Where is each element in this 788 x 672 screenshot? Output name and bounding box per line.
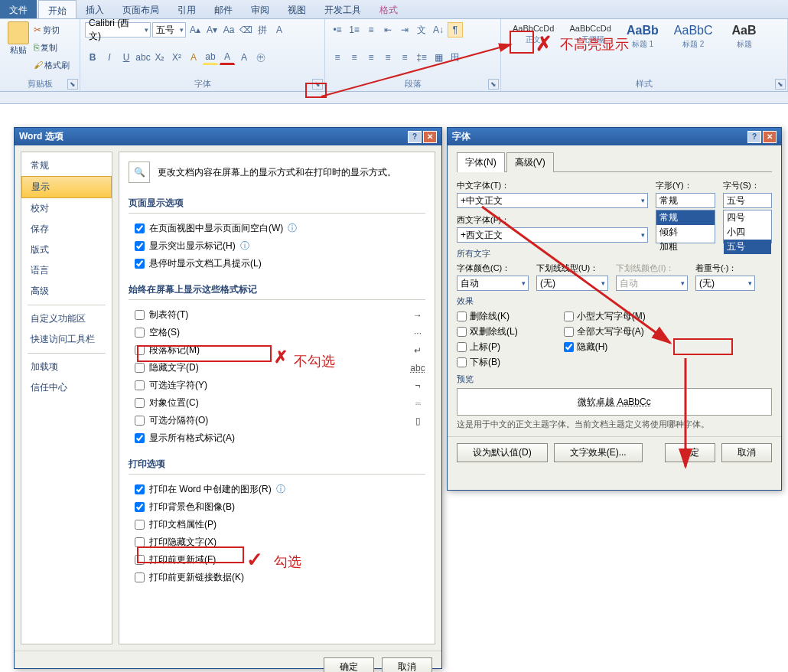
check-print-bg[interactable]: 打印背景色和图像(B) [129,498,425,516]
check-opt-break[interactable]: 可选分隔符(O)▯ [129,412,425,429]
fx-allcaps[interactable]: 全部大写字母(A) [564,325,646,338]
cut-button[interactable]: ✂剪切 [34,21,70,38]
check-tabs[interactable]: 制表符(T)→ [129,306,425,324]
char-shading-icon[interactable]: A [236,50,252,65]
styles-launcher[interactable]: ⬊ [775,79,786,90]
check-print-hidden[interactable]: 打印隐藏文字(X) [129,533,425,551]
font-tab-advanced[interactable]: 高级(V) [506,152,554,172]
style-heading2[interactable]: AaBbC标题 2 [667,21,720,52]
color-combo[interactable]: 自动 [457,276,529,291]
close-icon[interactable]: ✕ [423,131,437,143]
tab-dev[interactable]: 开发工具 [315,0,370,18]
nav-custribbon[interactable]: 自定义功能区 [21,308,112,329]
fx-strike[interactable]: 删除线(K) [457,310,518,323]
nav-trust[interactable]: 信任中心 [21,377,112,398]
paste-button[interactable]: 粘贴 [5,21,32,73]
underline-icon[interactable]: U [119,50,134,65]
numbering-icon[interactable]: 1≡ [347,22,362,38]
set-default-button[interactable]: 设为默认值(D) [457,443,548,462]
help-icon[interactable]: ? [408,131,422,143]
fx-smallcaps[interactable]: 小型大写字母(M) [564,310,646,323]
change-case-icon[interactable]: Aa [221,22,236,38]
borders-icon[interactable]: 田 [448,50,463,65]
check-tooltip[interactable]: 悬停时显示文档工具提示(L) [129,255,425,272]
grow-font-icon[interactable]: A▴ [187,22,203,38]
tab-view[interactable]: 视图 [278,0,315,18]
text-effects-button[interactable]: 文字效果(E)... [554,443,643,462]
show-marks-icon[interactable]: ¶ [448,22,463,38]
italic-icon[interactable]: I [102,50,117,65]
check-spaces[interactable]: 空格(S)··· [129,324,425,341]
shrink-font-icon[interactable]: A▾ [204,22,220,38]
align-right-icon[interactable]: ≡ [363,50,379,65]
size-list[interactable]: 四号 小四 五号 [723,210,772,243]
font-color-icon[interactable]: A [220,50,235,65]
clear-format-icon[interactable]: ⌫ [238,22,253,38]
check-para-marks[interactable]: 段落标记(M)↵ [129,341,425,359]
tab-layout[interactable]: 页面布局 [113,0,168,18]
style-gallery[interactable]: AaBbCcDd正文 AaBbCcDd• 无间隔 AaBb标题 1 AaBbC标… [506,21,783,52]
asian-layout-icon[interactable]: 文 [414,22,429,38]
check-highlight[interactable]: 显示突出显示标记(H)ⓘ [129,237,425,255]
font-ok-button[interactable]: 确定 [665,443,715,462]
copy-button[interactable]: ⎘复制 [34,39,70,56]
options-cancel-button[interactable]: 取消 [382,657,432,672]
check-print-props[interactable]: 打印文档属性(P) [129,516,425,533]
tab-mail[interactable]: 邮件 [205,0,242,18]
char-border-icon[interactable]: A [272,22,287,38]
check-update-links[interactable]: 打印前更新链接数据(K) [129,569,425,586]
font-titlebar[interactable]: 字体 ? ✕ [448,128,781,145]
check-whitespace[interactable]: 在页面视图中显示页面间空白(W)ⓘ [129,220,425,237]
font-tab-font[interactable]: 字体(N) [457,152,505,172]
sort-icon[interactable]: A↓ [431,22,446,38]
font-launcher[interactable]: ⬊ [312,79,323,90]
pinyin-icon[interactable]: 拼 [255,22,270,38]
check-anchors[interactable]: 对象位置(C)⎓ [129,394,425,412]
line-spacing-icon[interactable]: ‡≡ [414,50,429,65]
style-title[interactable]: AaB标题 [721,21,767,52]
nav-qat[interactable]: 快速访问工具栏 [21,329,112,350]
style-nospacing[interactable]: AaBbCcDd• 无间隔 [562,21,617,52]
tab-format[interactable]: 格式 [370,0,407,18]
tab-insert[interactable]: 插入 [77,0,113,18]
fx-dblstrike[interactable]: 双删除线(L) [457,325,518,338]
nav-adv[interactable]: 高级 [21,281,112,302]
options-ok-button[interactable]: 确定 [324,657,374,672]
check-hidden-text[interactable]: 隐藏文字(D)abc [129,359,425,377]
check-update-fields[interactable]: 打印前更新域(F) [129,551,425,569]
strike-icon[interactable]: abc [135,50,151,65]
bullets-icon[interactable]: •≡ [330,22,345,38]
check-opt-hyphen[interactable]: 可选连字符(Y)¬ [129,377,425,394]
fx-super[interactable]: 上标(P) [457,341,518,354]
check-all-marks[interactable]: 显示所有格式标记(A) [129,429,425,447]
style-normal[interactable]: AaBbCcDd正文 [506,21,561,52]
font-size-combo[interactable]: 五号 [152,22,186,38]
superscript-icon[interactable]: X² [169,50,184,65]
indent-icon[interactable]: ⇥ [397,22,412,38]
justify-icon[interactable]: ≡ [380,50,396,65]
para-launcher[interactable]: ⬊ [488,79,499,90]
align-left-icon[interactable]: ≡ [330,50,345,65]
subscript-icon[interactable]: X₂ [152,50,168,65]
align-center-icon[interactable]: ≡ [347,50,362,65]
check-print-drawings[interactable]: 打印在 Word 中创建的图形(R)ⓘ [129,481,425,498]
font-help-icon[interactable]: ? [747,131,761,143]
enclose-icon[interactable]: ㊥ [253,50,269,65]
distribute-icon[interactable]: ≡ [397,50,412,65]
size-input[interactable] [723,193,772,208]
format-painter-button[interactable]: 🖌格式刷 [34,57,70,73]
highlight-icon[interactable]: ab [203,50,218,65]
cn-font-combo[interactable]: +中文正文 [457,193,648,208]
font-close-icon[interactable]: ✕ [763,131,777,143]
fx-hidden[interactable]: 隐藏(H) [564,341,646,354]
font-cancel-button[interactable]: 取消 [721,443,772,462]
nav-addins[interactable]: 加载项 [21,357,112,377]
tab-ref[interactable]: 引用 [168,0,205,18]
nav-general[interactable]: 常规 [21,155,112,176]
nav-save[interactable]: 保存 [21,219,112,240]
nav-layout[interactable]: 版式 [21,240,112,260]
style-list[interactable]: 常规 倾斜 加粗 [656,210,715,243]
text-effect-icon[interactable]: A [186,50,201,65]
font-family-combo[interactable]: Calibri (西文) [85,22,151,38]
nav-proof[interactable]: 校对 [21,198,112,219]
